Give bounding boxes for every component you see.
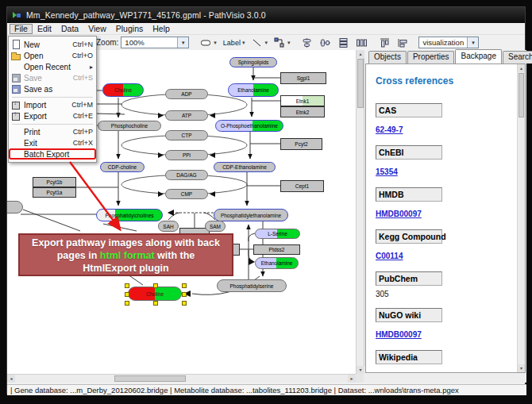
datanode-tool-button[interactable]: ▾ <box>198 36 219 50</box>
vertical-scroll-thumb[interactable] <box>357 59 364 108</box>
crossref-link[interactable]: HMDB00097 <box>376 330 422 339</box>
metabolite-node-ethanolamine-bottom[interactable]: Ethanolamine <box>255 257 299 269</box>
panel-scroll-thumb[interactable] <box>519 73 524 117</box>
metabolite-node-dag-ag[interactable]: DAG/AG <box>165 170 208 180</box>
crossref-link[interactable]: Choline <box>376 372 405 373</box>
gene-node-pcyt1a[interactable]: Pcyt1a <box>33 187 76 198</box>
callout-annotation: Export pathway images along with back pa… <box>18 233 233 276</box>
tab-properties[interactable]: Properties <box>407 51 455 63</box>
connector-tool-button[interactable]: ▾ <box>272 36 293 50</box>
scroll-left-icon[interactable]: ◂ <box>7 375 15 383</box>
selection-handle[interactable] <box>182 283 187 288</box>
metabolite-node-atp[interactable]: ATP <box>165 110 208 121</box>
metabolite-node-cdp-choline[interactable]: CDP-choline <box>100 162 145 172</box>
file-menu-item-import[interactable]: ImportCtrl+M <box>9 99 96 110</box>
metabolite-node-choline-top[interactable]: Choline <box>102 83 144 97</box>
tab-search[interactable]: Search <box>503 51 532 63</box>
metabolite-node-phosphatidylserine[interactable]: Phosphatidylserine <box>217 279 287 292</box>
horizontal-scroll-thumb[interactable] <box>114 375 186 382</box>
distribute-vertical-button[interactable] <box>335 36 352 50</box>
zoom-combobox[interactable]: 100% ▾ <box>121 37 189 48</box>
menubar-item-edit[interactable]: Edit <box>33 24 56 34</box>
menubar-item-plugins[interactable]: Plugins <box>111 24 148 34</box>
menubar-item-data[interactable]: Data <box>56 24 83 34</box>
metabolite-node-phosphocholine[interactable]: Phosphocholine <box>98 121 161 131</box>
title-bar[interactable]: Mm_Kennedy_pathway_WP1771_45176.gpml - P… <box>7 7 525 23</box>
scroll-right-icon[interactable]: ▸ <box>348 375 356 383</box>
canvas-horizontal-scrollbar[interactable]: ◂ ▸ <box>7 374 356 383</box>
crossref-link[interactable]: 62-49-7 <box>376 125 403 134</box>
crossref-link[interactable]: 15354 <box>376 167 398 176</box>
file-menu-item-save[interactable]: SaveCtrl+S <box>9 72 96 83</box>
metabolite-node-choline-selected[interactable]: Choline <box>128 287 182 301</box>
metabolite-node-phosphatidylcholines[interactable]: Phosphatidylcholines <box>96 209 163 221</box>
distribute-horizontal-button[interactable] <box>353 36 370 50</box>
metabolite-node-phosphatidylethanolamine[interactable]: Phosphatidylethanolamine <box>214 209 288 221</box>
file-menu-item-batch-export[interactable]: Batch Export <box>9 148 96 160</box>
gene-node-pcyt1b[interactable]: Pcyt1b <box>33 177 76 187</box>
gene-node-cept1[interactable]: Cept1 <box>280 180 324 192</box>
file-menu-item-print[interactable]: PrintCtrl+P <box>9 126 96 137</box>
panel-vertical-scrollbar[interactable]: ▴ ▾ <box>517 64 525 372</box>
tab-backpage[interactable]: Backpage <box>455 49 501 63</box>
node-label: Sgpl1 <box>297 75 310 81</box>
selection-handle[interactable] <box>182 292 187 297</box>
menubar-item-file[interactable]: File <box>10 24 33 34</box>
align-left-button[interactable] <box>395 36 411 50</box>
file-menu-item-save-as[interactable]: Save as <box>9 83 96 94</box>
menu-item-label: Batch Export <box>24 150 93 159</box>
gene-node-sgpl1[interactable]: Sgpl1 <box>280 72 326 84</box>
scroll-down-icon[interactable]: ▾ <box>357 366 364 374</box>
metabolite-node-sam[interactable]: SAM <box>205 221 226 232</box>
selection-handle[interactable] <box>182 301 187 306</box>
align-top-button[interactable] <box>376 36 393 50</box>
align-center-vertical-button[interactable] <box>299 36 315 50</box>
scroll-up-icon[interactable]: ▴ <box>357 50 364 58</box>
crossref-link[interactable]: C00114 <box>376 252 403 260</box>
menu-item-shortcut: Ctrl+S <box>73 74 93 82</box>
selection-handle[interactable] <box>153 283 158 288</box>
visualization-combobox[interactable]: visualization ▾ <box>418 37 479 48</box>
node-label: Phosphatidylcholines <box>105 213 153 218</box>
metabolite-node-o-phosphoethanolamine[interactable]: O-Phosphoethanolamine <box>215 120 283 132</box>
selection-handle[interactable] <box>125 283 129 288</box>
tab-objects[interactable]: Objects <box>368 51 407 63</box>
align-center-vertical-icon <box>301 37 313 48</box>
file-menu-item-export[interactable]: ExportCtrl+E <box>9 110 96 121</box>
gene-node-pcyt2[interactable]: Pcyt2 <box>280 138 322 150</box>
crossref-section-cas: CAS62-49-7 <box>376 103 517 136</box>
selection-handle[interactable] <box>125 301 129 306</box>
menubar-item-view[interactable]: View <box>83 24 111 34</box>
metabolite-node-adp[interactable]: ADP <box>165 89 208 99</box>
dropdown-caret-icon[interactable]: ▾ <box>467 37 478 48</box>
gene-node-ptdss2[interactable]: Ptdss2 <box>253 244 300 255</box>
metabolite-node-sah[interactable]: SAH <box>158 221 179 232</box>
file-menu-item-exit[interactable]: ExitCtrl+X <box>9 137 96 148</box>
label-tool-button[interactable]: Label ▾ <box>221 37 248 48</box>
crossref-link[interactable]: HMDB00097 <box>376 210 422 218</box>
line-tool-button[interactable]: ▾ <box>249 36 270 50</box>
dropdown-caret-icon[interactable]: ▾ <box>177 37 188 48</box>
metabolite-node-sphingolipids[interactable]: Sphingolipids <box>229 57 277 67</box>
metabolite-node-cmp[interactable]: CMP <box>165 189 208 199</box>
scroll-up-icon[interactable]: ▴ <box>518 64 525 72</box>
metabolite-node-cdp-ethanolamine[interactable]: CDP-Ethanolamine <box>214 162 276 172</box>
metabolite-node-edge-pill[interactable] <box>7 201 23 214</box>
file-menu-item-open-recent[interactable]: Open Recent▸ <box>9 61 96 72</box>
node-label: L-Serine <box>268 231 287 237</box>
file-menu-item-new[interactable]: NewCtrl+N <box>9 39 96 50</box>
metabolite-node-ppi[interactable]: PPi <box>165 150 208 160</box>
file-menu-item-open[interactable]: OpenCtrl+O <box>9 50 96 61</box>
metabolite-node-ctp[interactable]: CTP <box>165 130 208 140</box>
align-center-horizontal-button[interactable] <box>317 36 333 50</box>
gene-node-etnk1[interactable]: Etnk1 <box>280 95 325 106</box>
menu-separator <box>9 94 96 99</box>
menubar-item-help[interactable]: Help <box>148 24 175 34</box>
selection-handle[interactable] <box>153 301 158 306</box>
scroll-down-icon[interactable]: ▾ <box>518 364 525 372</box>
metabolite-node-ethanolamine-top[interactable]: Ethanolamine <box>228 83 279 97</box>
gene-node-etnk2[interactable]: Etnk2 <box>280 106 325 117</box>
metabolite-node-l-serine[interactable]: L-Serine <box>255 229 300 239</box>
selection-handle[interactable] <box>125 292 129 297</box>
canvas-vertical-scrollbar[interactable]: ▴ ▾ <box>356 50 364 374</box>
